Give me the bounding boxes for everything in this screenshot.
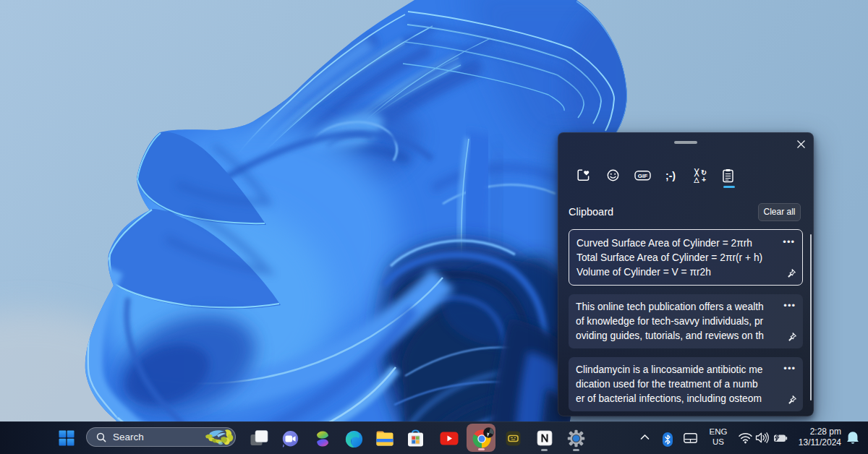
svg-text:+: + bbox=[702, 175, 706, 183]
svg-text:GIF: GIF bbox=[638, 173, 647, 179]
svg-text:△: △ bbox=[693, 176, 699, 183]
svg-text:;-): ;-) bbox=[665, 170, 676, 181]
